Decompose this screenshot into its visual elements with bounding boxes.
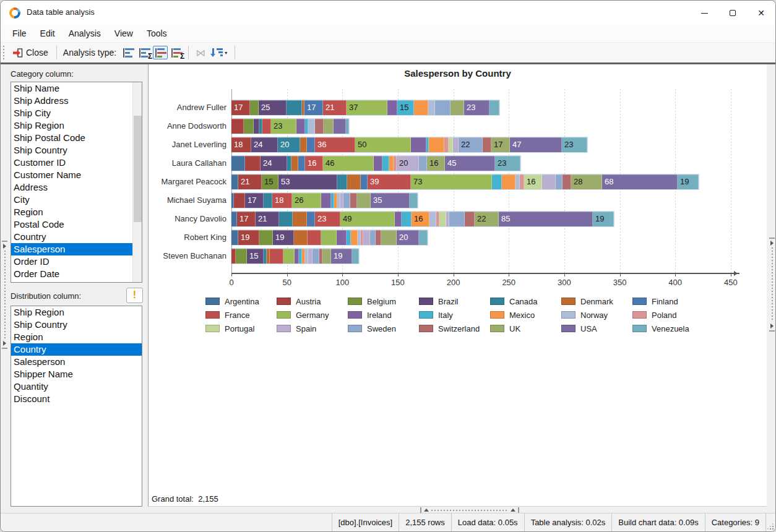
legend-item-germany: Germany bbox=[277, 308, 348, 322]
list-item-order-id[interactable]: Order ID bbox=[11, 255, 142, 268]
list-item-ship-address[interactable]: Ship Address bbox=[11, 95, 142, 107]
category-label-anne-dodsworth: Anne Dodsworth bbox=[149, 119, 226, 134]
list-item-quantity[interactable]: Quantity bbox=[11, 380, 142, 393]
bar-segment-venezuela bbox=[410, 193, 418, 208]
bar-segment-canada bbox=[287, 156, 291, 171]
sort-dropdown-arrow-icon[interactable]: ▼ bbox=[224, 51, 228, 55]
bowtie-join-icon: ⋈ bbox=[196, 47, 205, 59]
toolbar-grip[interactable] bbox=[2, 46, 5, 59]
bar-segment-uk bbox=[357, 193, 371, 208]
left-panel-splitter[interactable] bbox=[2, 241, 7, 349]
category-label-michael-suyama: Michael Suyama bbox=[149, 193, 226, 208]
bar-segment-germany: 49 bbox=[340, 212, 395, 226]
list-item-shipper-name[interactable]: Shipper Name bbox=[11, 368, 142, 380]
list-item-ship-region[interactable]: Ship Region bbox=[11, 306, 142, 319]
app-window: Data table analysis ✕ FileEditAnalysisVi… bbox=[0, 0, 776, 532]
bar-segment-uk: 28 bbox=[571, 174, 602, 189]
list-item-salesperson[interactable]: Salesperson bbox=[11, 243, 142, 255]
list-item-ship-postal-code[interactable]: Ship Postal Code bbox=[11, 132, 142, 144]
analysis-button-distribution-bars-sum[interactable]: Σ bbox=[169, 46, 184, 59]
category-scrollbar-thumb[interactable] bbox=[134, 116, 142, 222]
bar-segment-ireland bbox=[374, 156, 382, 171]
list-item-ship-country[interactable]: Ship Country bbox=[11, 144, 142, 157]
bar-segment-finland: 17 bbox=[304, 100, 323, 115]
list-item-address[interactable]: Address bbox=[11, 181, 142, 194]
category-column-listbox[interactable]: Ship NameShip AddressShip CityShip Regio… bbox=[11, 82, 142, 283]
close-analysis-button[interactable]: Close bbox=[8, 45, 53, 61]
menu-item-file[interactable]: File bbox=[6, 25, 33, 42]
bar-row-janet-leverling: 182420365022174723 bbox=[231, 137, 587, 152]
list-item-region[interactable]: Region bbox=[11, 331, 142, 343]
bar-segment-usa: 20 bbox=[397, 230, 419, 245]
minimize-button[interactable] bbox=[690, 1, 718, 25]
segment-value-label: 37 bbox=[349, 100, 358, 115]
bar-segment-germany: 46 bbox=[323, 156, 374, 171]
bar-segment-brazil: 17 bbox=[245, 193, 264, 208]
list-item-region[interactable]: Region bbox=[11, 206, 142, 218]
list-item-order-date[interactable]: Order Date bbox=[11, 268, 142, 280]
menu-item-analysis[interactable]: Analysis bbox=[62, 25, 108, 42]
segment-value-label: 15 bbox=[249, 249, 258, 264]
bar-segment-uk bbox=[451, 100, 464, 115]
legend-label: Canada bbox=[509, 297, 538, 306]
legend-item-argentina: Argentina bbox=[205, 294, 277, 308]
bar-segment-mexico bbox=[502, 174, 515, 189]
list-item-city[interactable]: City bbox=[11, 194, 142, 206]
distribution-warning-button[interactable]: ! bbox=[126, 288, 143, 303]
bar-segment-france: 21 bbox=[323, 100, 347, 115]
resize-grip[interactable] bbox=[765, 513, 775, 531]
list-item-customer-name[interactable]: Customer Name bbox=[11, 169, 142, 181]
list-item-postal-code[interactable]: Postal Code bbox=[11, 218, 142, 231]
list-item-ship-country[interactable]: Ship Country bbox=[11, 319, 142, 331]
analysis-button-count-bars[interactable] bbox=[121, 46, 136, 59]
legend-swatch bbox=[205, 311, 220, 319]
segment-value-label: 19 bbox=[241, 230, 249, 245]
analysis-button-count-bars-sum[interactable]: Σ bbox=[137, 46, 152, 59]
legend-swatch bbox=[632, 311, 647, 319]
list-item-ship-city[interactable]: Ship City bbox=[11, 107, 142, 119]
title-bar: Data table analysis ✕ bbox=[1, 1, 775, 25]
legend-item-usa: USA bbox=[561, 322, 632, 335]
segment-value-label: 19 bbox=[334, 249, 342, 264]
bar-segment-uk bbox=[322, 249, 331, 264]
join-tables-button[interactable]: ⋈ bbox=[193, 46, 208, 59]
legend-item-sweden: Sweden bbox=[348, 322, 419, 335]
list-item-ship-name[interactable]: Ship Name bbox=[11, 82, 142, 95]
right-panel-splitter[interactable] bbox=[769, 238, 775, 332]
list-item-ship-region[interactable]: Ship Region bbox=[11, 119, 142, 132]
legend-label: USA bbox=[580, 324, 597, 333]
segment-value-label: 28 bbox=[574, 174, 582, 189]
distribution-column-listbox[interactable]: Ship RegionShip CountryRegionCountrySale… bbox=[11, 306, 142, 507]
list-item-country[interactable]: Country bbox=[11, 343, 142, 356]
bar-segment-uk bbox=[324, 119, 334, 134]
list-item-customer-id[interactable]: Customer ID bbox=[11, 157, 142, 169]
menu-item-tools[interactable]: Tools bbox=[140, 25, 174, 42]
bottom-panel-splitter[interactable] bbox=[420, 507, 519, 513]
category-list-scrollbar[interactable] bbox=[132, 82, 142, 282]
analysis-button-distribution-bars[interactable] bbox=[153, 46, 168, 59]
bar-segment-austria: 17 bbox=[237, 212, 256, 226]
legend-label: Belgium bbox=[367, 297, 396, 306]
bar-segment-brazil: 15 bbox=[247, 249, 264, 264]
legend-label: Brazil bbox=[438, 297, 459, 306]
status-section: [dbo].[Invoices] bbox=[332, 513, 399, 531]
segment-value-label: 15 bbox=[400, 100, 408, 115]
legend-item-italy: Italy bbox=[419, 308, 490, 322]
segment-value-label: 23 bbox=[564, 137, 573, 152]
list-item-country[interactable]: Country bbox=[11, 231, 142, 243]
menu-item-view[interactable]: View bbox=[108, 25, 140, 42]
bar-segment-italy: 15 bbox=[397, 100, 414, 115]
menu-item-edit[interactable]: Edit bbox=[33, 25, 62, 42]
axis-tick-label: 100 bbox=[330, 278, 355, 287]
sort-button[interactable]: ▼ bbox=[209, 46, 230, 59]
bar-segment-portugal bbox=[439, 212, 446, 226]
list-item-discount[interactable]: Discount bbox=[11, 393, 142, 405]
maximize-button[interactable] bbox=[718, 1, 747, 25]
segment-value-label: 19 bbox=[595, 212, 604, 226]
maximize-icon bbox=[730, 10, 736, 16]
legend-swatch bbox=[348, 298, 362, 305]
bar-segment-spain bbox=[363, 230, 370, 245]
segment-value-label: 22 bbox=[461, 137, 470, 152]
close-window-button[interactable]: ✕ bbox=[747, 1, 775, 25]
list-item-salesperson[interactable]: Salesperson bbox=[11, 356, 142, 368]
